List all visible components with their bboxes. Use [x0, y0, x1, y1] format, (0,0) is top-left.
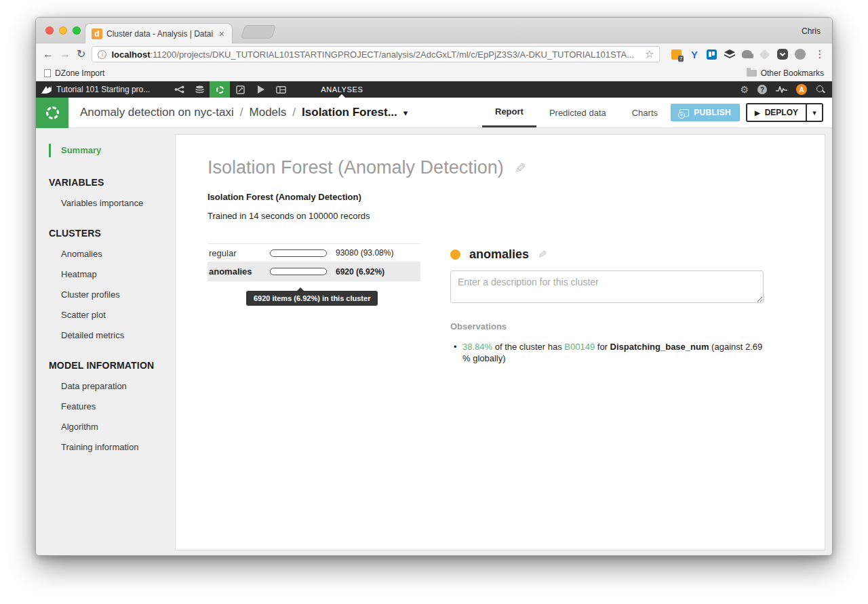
- bookmark-dzone[interactable]: DZone Import: [44, 68, 104, 78]
- page-info-icon[interactable]: i: [98, 50, 106, 59]
- url-bar[interactable]: i localhost:11200/projects/DKU_TUTORIAL1…: [92, 46, 660, 62]
- summary-sidebar: Summary VARIABLES Variables importance C…: [36, 128, 175, 452]
- breadcrumb-model-name[interactable]: Isolation Forest...: [302, 106, 397, 119]
- cluster-detail-panel: anomalies ✎ Observations •38.84% of the …: [450, 247, 764, 364]
- observation-text: of the cluster has: [492, 342, 564, 352]
- tab-charts[interactable]: Charts: [619, 98, 671, 127]
- training-info: Trained in 14 seconds on 100000 records: [208, 211, 370, 221]
- disabled-extension-icon[interactable]: [794, 49, 806, 60]
- observation-field: Dispatching_base_num: [610, 342, 709, 352]
- tab-predicted-data[interactable]: Predicted data: [536, 98, 619, 127]
- cluster-bar: [270, 249, 327, 257]
- gear-icon[interactable]: ⚙: [740, 84, 749, 95]
- breadcrumb-models[interactable]: Models: [250, 106, 287, 119]
- model-dropdown-caret-icon[interactable]: ▾: [403, 108, 408, 118]
- cluster-description-input[interactable]: [450, 270, 764, 303]
- edit-cluster-pencil-icon[interactable]: ✎: [538, 248, 547, 261]
- zoom-window-button[interactable]: [73, 26, 81, 35]
- chrome-menu-icon[interactable]: ⋮: [814, 48, 825, 60]
- browser-tab[interactable]: d Cluster data - Analysis | Dataik ×: [85, 23, 233, 43]
- bookmark-label: DZone Import: [55, 68, 104, 78]
- project-name[interactable]: Tutorial 101 Starting pro...: [56, 85, 150, 94]
- page-icon: [44, 69, 51, 77]
- dashboards-icon[interactable]: [271, 81, 291, 98]
- sidebar-item-detailed-metrics[interactable]: Detailed metrics: [61, 331, 175, 340]
- stack-extension-icon[interactable]: [724, 49, 735, 60]
- flow-icon[interactable]: [169, 81, 189, 98]
- help-icon[interactable]: ?: [757, 85, 767, 94]
- new-tab-button[interactable]: [241, 25, 276, 39]
- model-title-row: Isolation Forest (Anomaly Detection) ✎: [208, 157, 526, 178]
- activity-icon[interactable]: [776, 86, 787, 93]
- publish-button[interactable]: PUBLISH: [671, 104, 740, 121]
- lab-icon[interactable]: [210, 81, 230, 98]
- browser-window: d Cluster data - Analysis | Dataik × Chr…: [35, 17, 833, 556]
- y-extension-icon[interactable]: Y: [688, 49, 700, 60]
- search-icon[interactable]: [816, 85, 825, 94]
- sidebar-item-summary[interactable]: Summary: [49, 144, 175, 157]
- url-text[interactable]: localhost:11200/projects/DKU_TUTORIAL101…: [111, 49, 640, 60]
- tab-bar: d Cluster data - Analysis | Dataik × Chr…: [36, 18, 832, 43]
- user-avatar[interactable]: A: [796, 84, 807, 95]
- cluster-bar: [270, 268, 327, 275]
- reload-icon[interactable]: ↻: [77, 49, 85, 60]
- lab-badge-icon[interactable]: [36, 98, 68, 128]
- cluster-list: regular 93080 (93.08%) anomalies 6920 (6…: [208, 243, 420, 281]
- pocket-extension-icon[interactable]: [776, 49, 788, 60]
- observation-item: •38.84% of the cluster has B00149 for Di…: [450, 341, 764, 364]
- sidebar-item-training-information[interactable]: Training information: [61, 443, 175, 452]
- nav-icon-group: [169, 81, 291, 98]
- sidebar-item-scatter-plot[interactable]: Scatter plot: [61, 310, 175, 320]
- header-buttons: PUBLISH ▶ DEPLOY ▾: [671, 103, 823, 122]
- note-extension-icon[interactable]: 7: [671, 49, 682, 60]
- analyses-label: ANALYSES: [321, 85, 363, 94]
- trello-extension-icon[interactable]: [706, 49, 717, 60]
- minimize-window-button[interactable]: [59, 26, 67, 35]
- cluster-name: regular: [209, 248, 270, 258]
- summary-content-card: Isolation Forest (Anomaly Detection) ✎ I…: [175, 134, 825, 550]
- sidebar-item-features[interactable]: Features: [61, 402, 175, 411]
- back-icon[interactable]: ←: [43, 49, 54, 60]
- notebook-icon[interactable]: [230, 81, 250, 98]
- sidebar-item-algorithm[interactable]: Algorithm: [61, 422, 175, 432]
- page-title: Isolation Forest (Anomaly Detection): [208, 157, 504, 178]
- breadcrumb: Anomaly detection on nyc-taxi / Models /…: [80, 106, 408, 119]
- analyses-section[interactable]: ANALYSES: [321, 81, 363, 98]
- sidebar-item-data-preparation[interactable]: Data preparation: [61, 382, 175, 391]
- close-window-button[interactable]: [45, 26, 54, 35]
- sidebar-item-anomalies[interactable]: Anomalies: [61, 249, 175, 259]
- tab-report[interactable]: Report: [482, 98, 536, 127]
- sidebar-item-heatmap[interactable]: Heatmap: [61, 270, 175, 279]
- observations-title: Observations: [450, 321, 764, 331]
- datasets-icon[interactable]: [189, 81, 210, 98]
- other-bookmarks[interactable]: Other Bookmarks: [747, 68, 824, 78]
- cluster-count: 93080 (93.08%): [336, 248, 393, 258]
- chrome-profile-name[interactable]: Chris: [802, 26, 821, 36]
- extensions-area: 7 Y ⋮: [671, 48, 825, 60]
- observation-percent: 38.84%: [462, 342, 492, 352]
- tab-close-icon[interactable]: ×: [218, 28, 226, 39]
- elephant-extension-icon[interactable]: [741, 49, 753, 60]
- sidebar-item-variables-importance[interactable]: Variables importance: [61, 199, 175, 208]
- page-body: Summary VARIABLES Variables importance C…: [36, 128, 832, 556]
- sidebar-section-model-information: MODEL INFORMATION: [49, 360, 175, 371]
- dataiku-logo[interactable]: [36, 85, 56, 94]
- diamond-extension-icon[interactable]: [759, 49, 770, 60]
- deploy-button[interactable]: ▶ DEPLOY: [747, 104, 806, 121]
- deploy-label: DEPLOY: [765, 108, 798, 117]
- url-host: localhost: [111, 49, 150, 60]
- edit-title-pencil-icon[interactable]: ✎: [515, 160, 526, 176]
- url-path: :11200/projects/DKU_TUTORIAL101STARTINGP…: [150, 49, 634, 60]
- breadcrumb-separator: /: [240, 106, 243, 119]
- bookmark-star-icon[interactable]: ☆: [645, 48, 654, 60]
- forward-icon[interactable]: →: [60, 49, 71, 60]
- sidebar-item-cluster-profiles[interactable]: Cluster profiles: [61, 290, 175, 300]
- cluster-row-anomalies[interactable]: anomalies 6920 (6.92%): [208, 262, 420, 281]
- breadcrumb-analysis[interactable]: Anomaly detection on nyc-taxi: [80, 106, 234, 119]
- cluster-row-regular[interactable]: regular 93080 (93.08%): [208, 243, 420, 262]
- model-subtitle: Isolation Forest (Anomaly Detection): [208, 192, 361, 202]
- deploy-dropdown-button[interactable]: ▾: [806, 104, 822, 121]
- publish-label: PUBLISH: [694, 108, 731, 117]
- jobs-play-icon[interactable]: [250, 81, 271, 98]
- nav-right-group: ⚙ ? A: [740, 84, 825, 95]
